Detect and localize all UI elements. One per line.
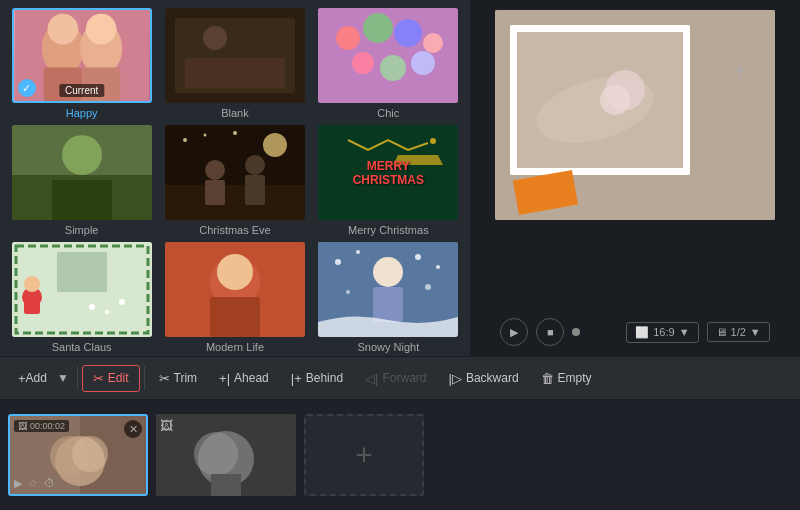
theme-label-blank: Blank <box>221 107 249 119</box>
theme-label-snowy-night: Snowy Night <box>357 341 419 353</box>
svg-point-32 <box>233 131 237 135</box>
aspect-ratio-value: 16:9 <box>653 326 674 338</box>
svg-rect-24 <box>165 185 305 220</box>
theme-item-chic[interactable]: Chic <box>315 8 462 119</box>
add-label: Add <box>26 371 47 385</box>
clip-play-icon[interactable]: ▶ <box>14 477 22 490</box>
edit-icon: ✂ <box>93 371 104 386</box>
svg-point-42 <box>105 310 109 314</box>
svg-point-39 <box>24 276 40 292</box>
aspect-ratio-caret: ▼ <box>679 326 690 338</box>
svg-point-43 <box>119 299 125 305</box>
theme-item-happy[interactable]: Current ✓ Happy <box>8 8 155 119</box>
svg-rect-22 <box>52 180 112 220</box>
theme-thumb-modern-life[interactable] <box>165 242 305 337</box>
theme-thumb-blank[interactable] <box>165 8 305 103</box>
behind-label: Behind <box>306 371 343 385</box>
close-clip-1[interactable]: ✕ <box>124 420 142 438</box>
theme-grid: Current ✓ Happy Blank <box>8 8 462 353</box>
current-badge: Current <box>59 84 104 97</box>
theme-panel: Current ✓ Happy Blank <box>0 0 470 356</box>
theme-item-modern-life[interactable]: Modern Life <box>161 242 308 353</box>
svg-point-9 <box>203 26 227 50</box>
theme-thumb-christmas-eve[interactable] <box>165 125 305 220</box>
theme-label-happy: Happy <box>66 107 98 119</box>
svg-point-15 <box>423 33 443 53</box>
empty-button[interactable]: 🗑 Empty <box>531 366 602 391</box>
clip-img-icon: 🖼 <box>18 421 27 431</box>
svg-point-46 <box>217 254 253 290</box>
svg-rect-10 <box>185 58 285 88</box>
play-button[interactable]: ▶ <box>500 318 528 346</box>
add-button[interactable]: + Add <box>8 366 51 391</box>
preview-panel: + ▶ ■ ⬜ 16:9 ▼ 🖥 1/2 ▼ <box>470 0 800 356</box>
add-clip-button[interactable]: + <box>304 414 424 496</box>
svg-point-72 <box>194 432 238 476</box>
toolbar: + Add ▼ ✂ Edit ✂ Trim +| Ahead |+ Behind… <box>0 356 800 400</box>
svg-text:+: + <box>732 55 748 86</box>
add-dropdown-caret[interactable]: ▼ <box>53 366 73 390</box>
aspect-ratio-select[interactable]: ⬜ 16:9 ▼ <box>626 322 698 343</box>
theme-thumb-merry-christmas[interactable]: MERRYCHRISTMAS <box>318 125 458 220</box>
svg-point-29 <box>263 133 287 157</box>
clip-clock-icon[interactable]: ⏱ <box>44 477 55 490</box>
forward-icon: ◁| <box>365 371 378 386</box>
timeline: 🖼 00:00:02 ✕ ▶ ☆ ⏱ 🖼 + <box>0 400 800 510</box>
stop-button[interactable]: ■ <box>536 318 564 346</box>
forward-button[interactable]: ◁| Forward <box>355 366 436 391</box>
behind-button[interactable]: |+ Behind <box>281 366 353 391</box>
theme-thumb-santa-claus[interactable] <box>12 242 152 337</box>
clip-star-icon[interactable]: ☆ <box>28 477 38 490</box>
preview-image: + <box>495 10 775 220</box>
check-badge: ✓ <box>18 79 36 97</box>
timeline-clip-2[interactable]: 🖼 <box>156 414 296 496</box>
svg-rect-50 <box>373 287 403 322</box>
svg-point-54 <box>436 265 440 269</box>
svg-rect-27 <box>205 180 225 205</box>
theme-item-snowy-night[interactable]: Snowy Night <box>315 242 462 353</box>
theme-thumb-snowy-night[interactable] <box>318 242 458 337</box>
preview-controls: ▶ ■ ⬜ 16:9 ▼ 🖥 1/2 ▼ <box>480 318 790 346</box>
theme-label-santa-claus: Santa Claus <box>52 341 112 353</box>
svg-rect-47 <box>210 297 260 337</box>
merry-christmas-text: MERRYCHRISTMAS <box>353 158 424 187</box>
theme-item-simple[interactable]: Simple <box>8 125 155 236</box>
theme-item-christmas-eve[interactable]: Christmas Eve <box>161 125 308 236</box>
backward-button[interactable]: |▷ Backward <box>439 366 529 391</box>
svg-point-49 <box>373 257 403 287</box>
trim-button[interactable]: ✂ Trim <box>149 366 208 391</box>
svg-point-16 <box>352 52 374 74</box>
theme-thumb-chic[interactable] <box>318 8 458 103</box>
clip-thumb-1[interactable]: 🖼 00:00:02 ✕ ▶ ☆ ⏱ <box>8 414 148 496</box>
aspect-ratio-icon: ⬜ <box>635 326 649 339</box>
svg-point-21 <box>62 135 102 175</box>
svg-point-34 <box>430 138 436 144</box>
theme-item-santa-claus[interactable]: Santa Claus <box>8 242 155 353</box>
svg-point-6 <box>85 14 116 45</box>
add-icon: + <box>18 371 26 386</box>
clip-img-icon-2: 🖼 <box>160 418 173 433</box>
ahead-button[interactable]: +| Ahead <box>209 366 279 391</box>
svg-rect-37 <box>57 252 107 292</box>
svg-point-55 <box>346 290 350 294</box>
theme-thumb-happy[interactable]: Current ✓ <box>12 8 152 103</box>
theme-item-blank[interactable]: Blank <box>161 8 308 119</box>
svg-point-17 <box>380 55 406 81</box>
preview-canvas: + <box>495 10 775 220</box>
backward-label: Backward <box>466 371 519 385</box>
svg-point-12 <box>336 26 360 50</box>
clip-thumb-2[interactable]: 🖼 <box>156 414 296 496</box>
svg-rect-28 <box>245 175 265 205</box>
main-area: Current ✓ Happy Blank <box>0 0 800 356</box>
edit-button[interactable]: ✂ Edit <box>82 365 140 392</box>
timeline-clip-1[interactable]: 🖼 00:00:02 ✕ ▶ ☆ ⏱ <box>8 414 148 496</box>
svg-point-13 <box>363 13 393 43</box>
svg-point-5 <box>47 14 78 45</box>
svg-point-18 <box>411 51 435 75</box>
quality-caret: ▼ <box>750 326 761 338</box>
forward-label: Forward <box>382 371 426 385</box>
theme-thumb-simple[interactable] <box>12 125 152 220</box>
ahead-label: Ahead <box>234 371 269 385</box>
theme-item-merry-christmas[interactable]: MERRYCHRISTMAS Merry Christmas <box>315 125 462 236</box>
quality-select[interactable]: 🖥 1/2 ▼ <box>707 322 770 342</box>
